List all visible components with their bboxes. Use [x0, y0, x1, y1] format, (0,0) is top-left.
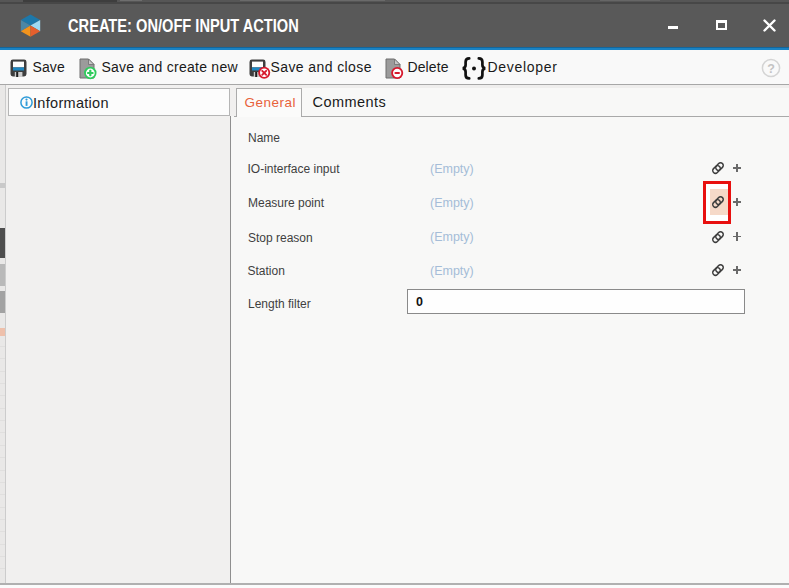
svg-text:?: ?	[767, 62, 775, 76]
